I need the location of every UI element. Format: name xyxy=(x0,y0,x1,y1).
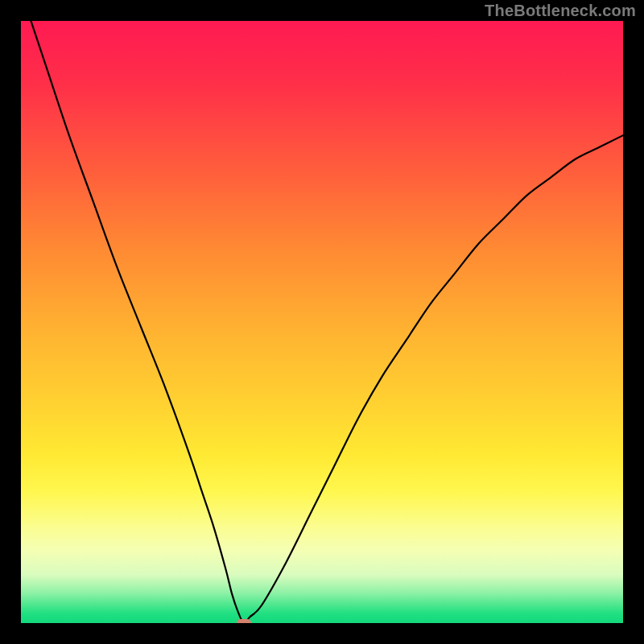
watermark-text: TheBottleneck.com xyxy=(485,2,636,20)
bottleneck-curve xyxy=(21,21,623,623)
plot-region xyxy=(21,21,623,623)
curve-layer xyxy=(21,21,623,623)
optimal-marker xyxy=(237,619,251,623)
chart-frame: TheBottleneck.com xyxy=(0,0,644,644)
